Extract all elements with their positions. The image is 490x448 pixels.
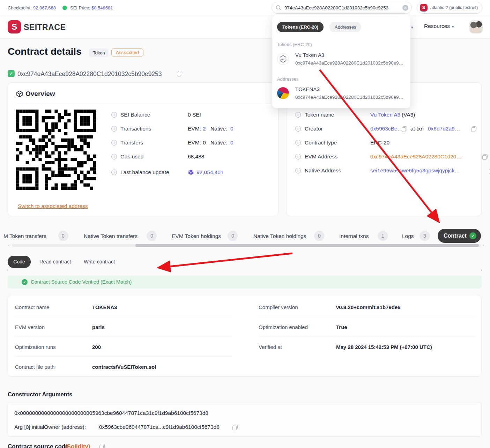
subtabs-left-caret-icon[interactable]: ‹ xyxy=(7,268,8,272)
network-selector[interactable]: S atlantic-2 (public testnet) xyxy=(417,2,482,14)
subtab-read-contract[interactable]: Read contract xyxy=(39,259,71,264)
main-header: S SEITRACE Resources xyxy=(0,15,490,39)
constructor-arguments-heading: Constructor Arguments xyxy=(8,391,72,398)
source-code-lang-link[interactable]: (Solidity) xyxy=(65,443,90,448)
transactions-evm-value[interactable]: 2 xyxy=(203,126,206,132)
subtabs-right-caret-icon[interactable]: › xyxy=(481,268,482,272)
verified-at-label: Verified at xyxy=(259,344,282,350)
tab-native-token-holdings[interactable]: Native Token holdings xyxy=(253,233,306,239)
last-balance-update-value[interactable]: 92,054,401 xyxy=(196,169,224,176)
page-title: Contract details xyxy=(8,46,82,57)
search-box: ✕ xyxy=(272,2,412,14)
evm-version-value: paris xyxy=(92,324,105,330)
token-result-address: 0xc974eA43aEce928A02280C1d201032c5b90e9… xyxy=(295,60,403,66)
associated-badge: Associated xyxy=(111,48,143,57)
filter-tokens-erc20[interactable]: Tokens (ERC-20) xyxy=(277,22,324,32)
token-badge: Token xyxy=(89,48,109,57)
info-icon[interactable]: i xyxy=(295,168,301,173)
compiler-version-value: v0.8.20+commit.a1b79de6 xyxy=(336,304,401,310)
tab-count-badge: 0 xyxy=(314,231,325,241)
constructor-raw-hex: 0x0000000000000000000000005963cbe9604478… xyxy=(14,410,208,416)
info-icon[interactable]: i xyxy=(295,112,301,118)
compiler-version-label: Compiler version xyxy=(259,304,298,310)
sei-price-value[interactable]: $0.548681 xyxy=(91,5,113,10)
constructor-arg-link[interactable]: 0x5963cbe960447871ca...c9f1d9ab6100cf567… xyxy=(99,424,220,430)
copy-creator-icon[interactable] xyxy=(402,126,407,132)
contract-name-value: TOKENA3 xyxy=(92,304,117,310)
clear-search-icon[interactable]: ✕ xyxy=(402,5,408,11)
network-label: atlantic-2 (public testnet) xyxy=(430,5,478,10)
brand-name[interactable]: SEITRACE xyxy=(24,23,66,32)
copy-address-icon[interactable] xyxy=(177,71,182,76)
tab-contract-active[interactable]: Contract xyxy=(438,229,481,243)
contract-type-value: ERC-20 xyxy=(370,140,389,146)
tab-logs[interactable]: Logs xyxy=(402,233,414,239)
overview-card: Overview i SEI Balance 0 SEI i Transacti… xyxy=(8,82,279,216)
svg-text:FT: FT xyxy=(281,58,285,61)
addresses-section-label: Addresses xyxy=(277,76,298,82)
search-results-panel: Tokens (ERC-20) Addresses Tokens (ERC-20… xyxy=(272,15,410,108)
checkpoint-value[interactable]: 92,067,668 xyxy=(33,5,56,10)
divider xyxy=(259,317,475,317)
creator-label: Creator xyxy=(305,126,323,132)
top-bar: Checkpoint: 92,067,668 SEI Price: $0.548… xyxy=(0,0,490,15)
brand-logo-icon[interactable]: S xyxy=(8,20,21,33)
transfers-native-value[interactable]: 0 xyxy=(230,140,233,146)
evm-address-label: EVM Address xyxy=(305,154,337,160)
switch-associated-link[interactable]: Switch to associated address xyxy=(18,203,88,209)
tabs-scrollbar-thumb[interactable] xyxy=(135,244,479,247)
subtab-write-contract[interactable]: Write contract xyxy=(84,259,115,264)
native-address-value[interactable]: sei1e96w5sawe6fg5q3gpswjqypjck… xyxy=(370,167,460,174)
copy-source-icon[interactable] xyxy=(99,444,105,448)
tab-native-token-transfers[interactable]: Native Token transfers xyxy=(84,233,138,239)
token-result-name: Vu Token A3 xyxy=(295,52,324,58)
scroll-left-caret-icon[interactable]: ‹ xyxy=(8,243,9,247)
sei-price-label: SEI Price: xyxy=(70,5,90,10)
address-pie-avatar-icon xyxy=(277,87,289,99)
creator-txn-link[interactable]: 0x6d7d2a9… xyxy=(428,126,460,132)
divider xyxy=(16,104,271,104)
tab-count-badge: 3 xyxy=(420,231,430,241)
subtab-code-active[interactable]: Code xyxy=(8,256,31,268)
optimization-enabled-label: Optimization enabled xyxy=(259,324,308,330)
tokens-section-label: Tokens (ERC-20) xyxy=(277,42,312,47)
info-icon[interactable]: i xyxy=(111,126,117,132)
info-icon[interactable]: i xyxy=(295,140,301,145)
tab-internal-txns[interactable]: Internal txns xyxy=(339,233,369,239)
creator-address-link[interactable]: 0x5963cBe… xyxy=(370,126,403,132)
info-icon[interactable]: i xyxy=(111,154,117,159)
arrow-to-code-tab xyxy=(159,253,292,268)
address-result-address: 0xc974eA43aEce928A02280C1d201032c5b90e9… xyxy=(295,95,403,100)
network-logo-icon: S xyxy=(420,4,428,12)
search-result-token[interactable]: FT Vu Token A3 0xc974eA43aEce928A02280C1… xyxy=(277,51,406,69)
copy-txn-icon[interactable] xyxy=(471,126,476,132)
info-icon[interactable]: i xyxy=(111,112,117,118)
tab-evm-token-holdings[interactable]: EVM Token holdings xyxy=(172,233,221,239)
info-icon[interactable]: i xyxy=(295,154,301,159)
resources-menu[interactable]: Resources xyxy=(424,23,454,29)
contract-address[interactable]: 0xc974eA43aEce928A02280C1d201032c5b90e92… xyxy=(17,70,162,78)
copy-evm-address-icon[interactable] xyxy=(482,154,488,160)
token-symbol: (VA3) xyxy=(402,112,415,118)
info-icon[interactable]: i xyxy=(111,140,117,145)
token-name-link[interactable]: Vu Token A3 xyxy=(370,112,400,118)
transactions-native-value[interactable]: 0 xyxy=(230,126,233,132)
banner-text: Contract Source Code Verified (Exact Mat… xyxy=(31,279,132,285)
tab-count-badge: 0 xyxy=(228,231,238,241)
user-avatar[interactable] xyxy=(469,20,483,33)
copy-arg-icon[interactable] xyxy=(232,425,238,430)
tab-count-badge: 0 xyxy=(58,231,68,241)
tab-evm-token-transfers[interactable]: M Token transfers xyxy=(3,233,46,239)
transfers-evm-label: EVM: xyxy=(188,140,201,146)
search-result-address[interactable]: TOKENA3 0xc974eA43aEce928A02280C1d201032… xyxy=(277,85,406,104)
verified-banner: Contract Source Code Verified (Exact Mat… xyxy=(8,276,482,289)
scroll-right-caret-icon[interactable]: › xyxy=(483,243,484,247)
search-input[interactable] xyxy=(284,2,395,13)
transfers-label: Transfers xyxy=(120,140,143,146)
info-icon[interactable]: i xyxy=(295,126,301,132)
filter-addresses[interactable]: Addresses xyxy=(329,22,361,32)
info-icon[interactable]: i xyxy=(111,170,117,175)
evm-address-value[interactable]: 0xc974eA43aEce928A02280C1d20… xyxy=(370,154,462,160)
creator-at-txn: at txn xyxy=(410,126,424,132)
native-address-label: Native Address xyxy=(305,167,341,174)
